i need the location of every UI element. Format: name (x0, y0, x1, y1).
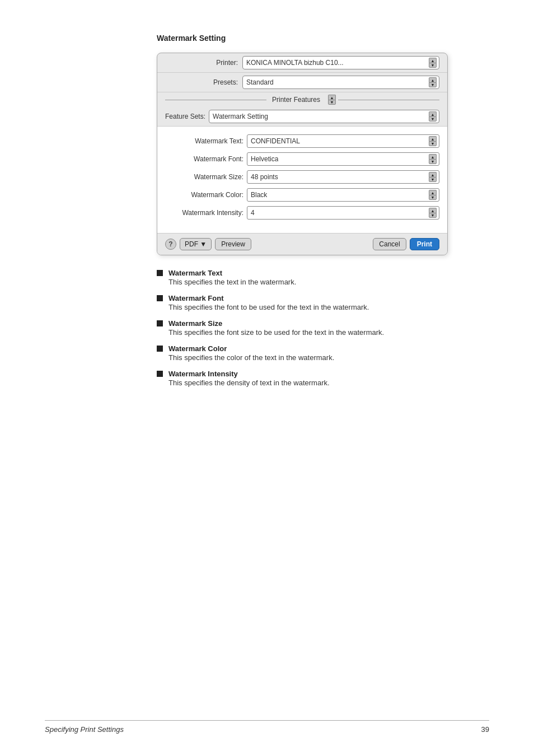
features-stepper-up[interactable]: ▲ (328, 95, 336, 100)
presets-select[interactable]: Standard ▲ ▼ (242, 76, 439, 89)
presets-stepper[interactable]: ▲ ▼ (429, 77, 437, 87)
presets-label: Presets: (165, 78, 238, 86)
watermark-intensity-stepper-up[interactable]: ▲ (429, 208, 437, 213)
bullet-desc-1: This specifies the font to be used for t… (168, 303, 489, 311)
feature-sets-stepper-up[interactable]: ▲ (429, 111, 437, 116)
page-footer: Specifying Print Settings 39 (45, 720, 489, 734)
watermark-text-stepper[interactable]: ▲ ▼ (429, 136, 437, 146)
watermark-size-select[interactable]: 48 points ▲ ▼ (247, 170, 439, 184)
bullet-desc-2: This specifies the font size to be used … (168, 328, 489, 337)
bullet-item-2: Watermark Size This specifies the font s… (157, 319, 489, 337)
feature-sets-stepper[interactable]: ▲ ▼ (429, 111, 437, 122)
feature-sets-label: Feature Sets: (165, 113, 205, 120)
watermark-color-row: Watermark Color: Black ▲ ▼ (165, 186, 439, 204)
bullet-icon-1 (157, 295, 163, 301)
watermark-size-label: Watermark Size: (165, 173, 243, 181)
bullet-icon-4 (157, 371, 163, 377)
bullet-item-0: Watermark Text This specifies the text i… (157, 269, 489, 286)
printer-stepper-up[interactable]: ▲ (429, 58, 437, 63)
watermark-intensity-stepper[interactable]: ▲ ▼ (429, 208, 437, 218)
watermark-color-label: Watermark Color: (165, 191, 243, 199)
watermark-size-value: 48 points (251, 173, 278, 181)
separator-left (165, 100, 266, 100)
watermark-color-select[interactable]: Black ▲ ▼ (247, 188, 439, 202)
page-title: Watermark Setting (157, 34, 489, 43)
bullet-item-3: Watermark Color This specifies the color… (157, 344, 489, 362)
printer-value: KONICA MINOLTA bizhub C10... (246, 59, 344, 67)
watermark-intensity-stepper-down[interactable]: ▼ (429, 213, 437, 218)
bullet-desc-4: This specifies the density of text in th… (168, 379, 489, 387)
footer-left: ? PDF ▼ Preview (165, 238, 251, 250)
feature-sets-row: Feature Sets: Watermark Setting ▲ ▼ (157, 107, 447, 127)
printer-row: Printer: KONICA MINOLTA bizhub C10... ▲ … (157, 53, 447, 73)
watermark-font-label: Watermark Font: (165, 155, 243, 163)
printer-features-separator: Printer Features ▲ ▼ (157, 92, 447, 107)
watermark-font-stepper-up[interactable]: ▲ (429, 154, 437, 159)
watermark-font-row: Watermark Font: Helvetica ▲ ▼ (165, 150, 439, 168)
bullet-desc-3: This specifies the color of the text in … (168, 353, 489, 362)
bullet-title-4: Watermark Intensity (168, 370, 489, 378)
preview-button[interactable]: Preview (215, 238, 251, 250)
bullet-title-0: Watermark Text (168, 269, 489, 277)
help-button[interactable]: ? (165, 239, 176, 250)
cancel-button[interactable]: Cancel (373, 238, 406, 250)
watermark-text-stepper-up[interactable]: ▲ (429, 136, 437, 141)
printer-stepper[interactable]: ▲ ▼ (429, 58, 437, 68)
bullet-icon-3 (157, 346, 163, 352)
watermark-size-stepper[interactable]: ▲ ▼ (429, 172, 437, 182)
footer-chapter: Specifying Print Settings (45, 725, 124, 734)
bullet-content-2: Watermark Size This specifies the font s… (168, 319, 489, 337)
feature-sets-stepper-down[interactable]: ▼ (429, 116, 437, 122)
features-stepper-down[interactable]: ▼ (328, 100, 336, 105)
bullet-content-0: Watermark Text This specifies the text i… (168, 269, 489, 286)
watermark-color-stepper[interactable]: ▲ ▼ (429, 190, 437, 200)
watermark-size-row: Watermark Size: 48 points ▲ ▼ (165, 168, 439, 186)
watermark-intensity-value: 4 (251, 209, 255, 217)
bullet-desc-0: This specifies the text in the watermark… (168, 278, 489, 286)
presets-stepper-up[interactable]: ▲ (429, 77, 437, 82)
printer-select[interactable]: KONICA MINOLTA bizhub C10... ▲ ▼ (242, 56, 439, 69)
watermark-text-row: Watermark Text: CONFIDENTIAL ▲ ▼ (165, 132, 439, 150)
bullet-section: Watermark Text This specifies the text i… (157, 269, 489, 387)
watermark-color-value: Black (251, 191, 267, 199)
watermark-font-stepper[interactable]: ▲ ▼ (429, 154, 437, 164)
footer-right: Cancel Print (373, 238, 439, 250)
watermark-text-select[interactable]: CONFIDENTIAL ▲ ▼ (247, 134, 439, 148)
bullet-icon-0 (157, 270, 163, 276)
print-dialog: Printer: KONICA MINOLTA bizhub C10... ▲ … (157, 53, 448, 255)
bullet-content-3: Watermark Color This specifies the color… (168, 344, 489, 362)
feature-sets-value: Watermark Setting (213, 113, 268, 120)
pdf-button[interactable]: PDF ▼ (180, 238, 212, 250)
bullet-content-4: Watermark Intensity This specifies the d… (168, 370, 489, 387)
watermark-size-stepper-down[interactable]: ▼ (429, 177, 437, 182)
watermark-font-stepper-down[interactable]: ▼ (429, 159, 437, 164)
watermark-intensity-label: Watermark Intensity: (165, 209, 243, 217)
bullet-item-1: Watermark Font This specifies the font t… (157, 294, 489, 311)
watermark-color-stepper-up[interactable]: ▲ (429, 190, 437, 195)
presets-row: Presets: Standard ▲ ▼ (157, 73, 447, 92)
feature-sets-select[interactable]: Watermark Setting ▲ ▼ (209, 110, 439, 123)
bullet-title-2: Watermark Size (168, 319, 489, 328)
watermark-size-stepper-up[interactable]: ▲ (429, 172, 437, 177)
printer-stepper-down[interactable]: ▼ (429, 63, 437, 68)
bullet-title-1: Watermark Font (168, 294, 489, 302)
bullet-item-4: Watermark Intensity This specifies the d… (157, 370, 489, 387)
features-stepper[interactable]: ▲ ▼ (328, 95, 336, 105)
separator-right (338, 100, 439, 100)
bullet-icon-2 (157, 320, 163, 326)
printer-label: Printer: (165, 59, 238, 67)
watermark-text-stepper-down[interactable]: ▼ (429, 141, 437, 146)
watermark-font-value: Helvetica (251, 155, 278, 163)
watermark-intensity-select[interactable]: 4 ▲ ▼ (247, 206, 439, 220)
print-button[interactable]: Print (410, 238, 439, 250)
printer-features-label: Printer Features (272, 96, 320, 104)
presets-value: Standard (246, 78, 274, 86)
bullet-title-3: Watermark Color (168, 344, 489, 353)
dialog-content-area: Watermark Text: CONFIDENTIAL ▲ ▼ Waterma… (157, 127, 447, 233)
bullet-content-1: Watermark Font This specifies the font t… (168, 294, 489, 311)
dialog-footer: ? PDF ▼ Preview Cancel Print (157, 233, 447, 255)
presets-stepper-down[interactable]: ▼ (429, 82, 437, 87)
watermark-font-select[interactable]: Helvetica ▲ ▼ (247, 152, 439, 166)
watermark-intensity-row: Watermark Intensity: 4 ▲ ▼ (165, 204, 439, 222)
watermark-color-stepper-down[interactable]: ▼ (429, 195, 437, 200)
